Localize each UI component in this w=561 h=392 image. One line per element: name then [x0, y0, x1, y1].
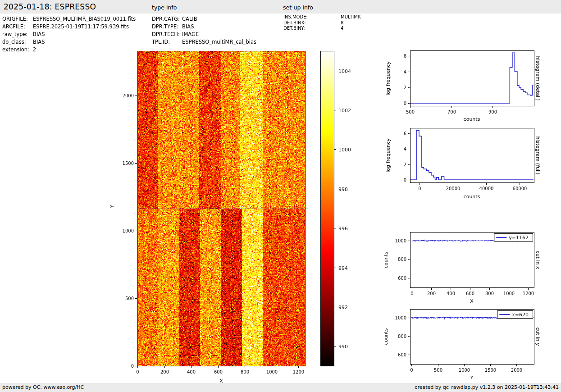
type-info-row: TPL.ID:ESPRESSO_multiMR_cal_bias: [152, 38, 256, 46]
hist-full-y-axis-label: log frequency: [385, 138, 391, 172]
info-value: BIAS: [33, 31, 45, 37]
setup-info-row: DET.BINY:4: [283, 26, 361, 32]
hist-full-x-axis-label: counts: [464, 194, 480, 200]
info-value: IMAGE: [182, 31, 199, 37]
info-label: do_class:: [2, 38, 33, 46]
info-value: MULTIMR: [341, 14, 361, 19]
info-value: ESPRE.2025-01-19T11:17:59.939.fits: [33, 23, 129, 30]
file-info-block: ORIGFILE:ESPRESSO_MULTIMR_BIAS019_0011.f…: [2, 15, 136, 54]
type-info-row: DPR.CATG:CALIB: [152, 15, 256, 23]
file-info-row: extension:2: [2, 46, 136, 54]
cut-x-right-label: cut in x: [535, 251, 541, 269]
info-value: BIAS: [33, 39, 45, 45]
heatmap-y-axis-label: Y: [109, 205, 115, 208]
setup-info-heading: set-up info: [283, 4, 313, 11]
info-label: TPL.ID:: [152, 38, 182, 46]
file-info-row: raw_type:BIAS: [2, 31, 136, 38]
page-title: 2025-01-18: ESPRESSO: [4, 2, 96, 11]
info-label: INS.MODE:: [283, 14, 341, 20]
type-info-row: DPR.TECH:IMAGE: [152, 31, 256, 38]
setup-info-row: INS.MODE:MULTIMR: [283, 14, 361, 20]
info-label: DET.BINY:: [283, 26, 341, 32]
info-label: DPR.CATG:: [152, 15, 182, 23]
hist-full-right-label: histogram (full): [535, 137, 541, 175]
cut-x-y-axis-label: counts: [383, 252, 389, 269]
header-bar: 2025-01-18: ESPRESSO type info set-up in…: [0, 0, 561, 14]
info-label: raw_type:: [2, 31, 33, 38]
info-value: 8: [341, 20, 343, 25]
type-info-block: DPR.CATG:CALIB DPR.TYPE:BIAS DPR.TECH:IM…: [152, 15, 256, 46]
footer-right-text: created by qc_rawdisp.py v1.2.3 on 2025-…: [415, 384, 559, 390]
cut-x-x-axis-label: X: [470, 298, 474, 304]
qc-report-page: 2025-01-18: ESPRESSO type info set-up in…: [0, 0, 561, 392]
info-value: 2: [33, 46, 36, 53]
setup-info-row: DET.BINX:8: [283, 20, 361, 26]
file-info-row: ORIGFILE:ESPRESSO_MULTIMR_BIAS019_0011.f…: [2, 15, 136, 23]
info-value: BIAS: [182, 23, 194, 30]
info-label: extension:: [2, 46, 33, 54]
hist-detail-right-label: histogram (detail): [535, 56, 541, 101]
info-value: 4: [341, 26, 343, 31]
type-info-row: DPR.TYPE:BIAS: [152, 23, 256, 31]
file-info-row: ARCFILE:ESPRE.2025-01-19T11:17:59.939.fi…: [2, 23, 136, 31]
info-label: DPR.TECH:: [152, 31, 182, 38]
setup-info-block: INS.MODE:MULTIMR DET.BINX:8 DET.BINY:4: [283, 14, 361, 32]
info-value: CALIB: [182, 16, 197, 22]
footer-left-text: powered by QC: www.eso.org/HC: [2, 384, 84, 390]
hist-detail-x-axis-label: counts: [464, 116, 480, 122]
cut-y-y-axis-label: counts: [383, 328, 389, 345]
file-info-row: do_class:BIAS: [2, 38, 136, 46]
info-value: ESPRESSO_multiMR_cal_bias: [182, 39, 256, 45]
footer-bar: powered by QC: www.eso.org/HC created by…: [0, 383, 561, 392]
info-value: ESPRESSO_MULTIMR_BIAS019_0011.fits: [33, 16, 136, 22]
info-label: ORIGFILE:: [2, 15, 33, 23]
type-info-heading: type info: [152, 4, 177, 11]
hist-detail-y-axis-label: log frequency: [385, 61, 391, 95]
info-label: DET.BINX:: [283, 20, 341, 26]
cut-y-right-label: cut in y: [535, 328, 541, 346]
info-label: DPR.TYPE:: [152, 23, 182, 31]
info-label: ARCFILE:: [2, 23, 33, 31]
cut-y-x-axis-label: Y: [470, 375, 474, 381]
